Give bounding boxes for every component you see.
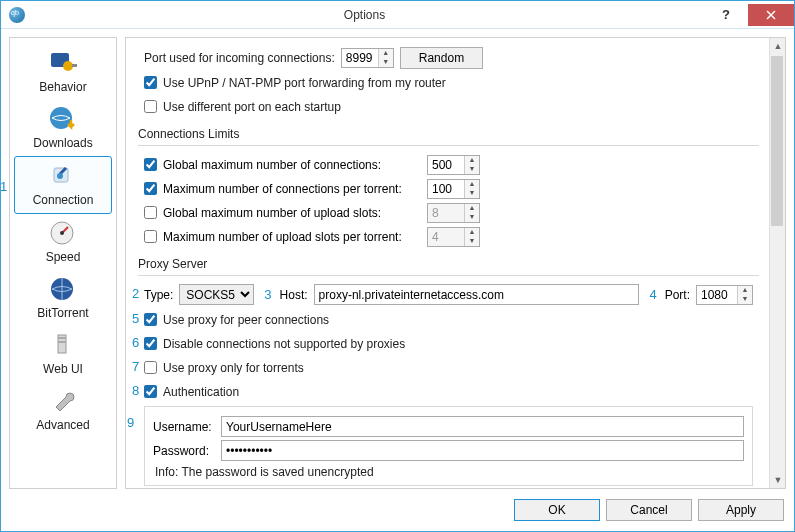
global-max-conn-label: Global maximum number of connections: [163,158,421,172]
globe-download-icon [47,104,79,134]
proxy-group-label: Proxy Server [138,257,759,271]
sidebar-label: Behavior [39,80,86,94]
proxy-peer-label: Use proxy for peer connections [163,313,329,327]
wrench-icon [47,386,79,416]
upload-slots-torrent-spinner: ▲▼ [427,227,480,247]
global-upload-slots-spinner: ▲▼ [427,203,480,223]
svg-rect-12 [58,337,66,339]
proxy-port-label: Port: [665,288,690,302]
proxy-only-torrents-label: Use proxy only for torrents [163,361,304,375]
svg-point-7 [57,173,63,179]
sidebar-label: Downloads [33,136,92,150]
proxy-auth-label: Authentication [163,385,239,399]
content-panel: ▲ ▼ Port used for incoming connections: … [125,37,786,489]
spin-up-icon[interactable]: ▲ [379,49,393,58]
upnp-checkbox[interactable] [144,76,157,89]
apply-button[interactable]: Apply [698,499,784,521]
incoming-port-label: Port used for incoming connections: [144,51,335,65]
app-icon [9,7,25,23]
options-window: Options ? 1 Behavior Downloads Connectio… [0,0,795,532]
proxy-type-select[interactable]: SOCKS5 [179,284,254,305]
password-info: Info: The password is saved unencrypted [153,465,744,479]
different-port-checkbox[interactable] [144,100,157,113]
divider [138,145,759,146]
titlebar-close-button[interactable] [748,4,794,26]
scroll-down-icon[interactable]: ▼ [770,472,786,488]
max-conn-torrent-checkbox[interactable] [144,182,157,195]
callout-7: 7 [132,359,139,374]
password-label: Password: [153,444,215,458]
password-input[interactable] [221,440,744,461]
auth-groupbox: 9 Username: Password: Info: The password… [144,406,753,486]
sidebar-label: Advanced [36,418,89,432]
global-upload-slots-checkbox[interactable] [144,206,157,219]
divider [138,275,759,276]
sidebar-item-downloads[interactable]: Downloads [10,100,116,156]
global-max-conn-spinner[interactable]: ▲▼ [427,155,480,175]
limits-group-label: Connections Limits [138,127,759,141]
ok-button[interactable]: OK [514,499,600,521]
sidebar-label: Connection [33,193,94,207]
upload-slots-torrent-checkbox[interactable] [144,230,157,243]
sidebar-label: BitTorrent [37,306,88,320]
callout-2: 2 [132,286,139,301]
callout-6: 6 [132,335,139,350]
globe-icon [47,274,79,304]
sidebar-item-connection[interactable]: Connection [14,156,112,214]
proxy-host-label: Host: [280,288,308,302]
gear-wrench-icon [47,48,79,78]
proxy-peer-checkbox[interactable] [144,313,157,326]
window-title: Options [25,8,704,22]
sidebar-item-behavior[interactable]: Behavior [10,44,116,100]
callout-4: 4 [649,287,656,302]
callout-5: 5 [132,311,139,326]
sidebar-item-speed[interactable]: Speed [10,214,116,270]
proxy-host-input[interactable] [314,284,640,305]
incoming-port-spinner[interactable]: ▲▼ [341,48,394,68]
sidebar: Behavior Downloads Connection Speed BitT… [9,37,117,489]
sidebar-item-webui[interactable]: Web UI [10,326,116,382]
incoming-port-input[interactable] [342,49,378,67]
svg-point-3 [63,61,73,71]
proxy-disable-unsupported-label: Disable connections not supported by pro… [163,337,405,351]
callout-3: 3 [264,287,271,302]
username-input[interactable] [221,416,744,437]
different-port-label: Use different port on each startup [163,100,341,114]
dialog-footer: OK Cancel Apply [1,489,794,531]
proxy-auth-checkbox[interactable] [144,385,157,398]
cancel-button[interactable]: Cancel [606,499,692,521]
sidebar-label: Web UI [43,362,83,376]
callout-9: 9 [127,415,134,430]
proxy-type-label: Type: [144,288,173,302]
spin-down-icon[interactable]: ▼ [379,58,393,67]
proxy-only-torrents-checkbox[interactable] [144,361,157,374]
svg-rect-13 [58,341,66,343]
scroll-up-icon[interactable]: ▲ [770,38,786,54]
global-upload-slots-label: Global maximum number of upload slots: [163,206,421,220]
callout-8: 8 [132,383,139,398]
random-port-button[interactable]: Random [400,47,483,69]
upnp-label: Use UPnP / NAT-PMP port forwarding from … [163,76,446,90]
svg-rect-4 [72,64,77,67]
sidebar-label: Speed [46,250,81,264]
gauge-icon [47,218,79,248]
scrollbar-thumb[interactable] [771,56,783,226]
sidebar-item-bittorrent[interactable]: BitTorrent [10,270,116,326]
plug-icon [47,161,79,191]
proxy-disable-unsupported-checkbox[interactable] [144,337,157,350]
proxy-port-spinner[interactable]: ▲▼ [696,285,753,305]
username-label: Username: [153,420,215,434]
close-icon [766,10,776,20]
callout-1: 1 [1,179,7,194]
upload-slots-torrent-label: Maximum number of upload slots per torre… [163,230,421,244]
scrollbar[interactable]: ▲ ▼ [769,38,785,488]
global-max-conn-checkbox[interactable] [144,158,157,171]
max-conn-torrent-spinner[interactable]: ▲▼ [427,179,480,199]
server-icon [47,330,79,360]
titlebar: Options ? [1,1,794,29]
max-conn-torrent-label: Maximum number of connections per torren… [163,182,421,196]
titlebar-help-button[interactable]: ? [704,4,748,26]
svg-point-9 [60,231,64,235]
sidebar-item-advanced[interactable]: Advanced [10,382,116,438]
